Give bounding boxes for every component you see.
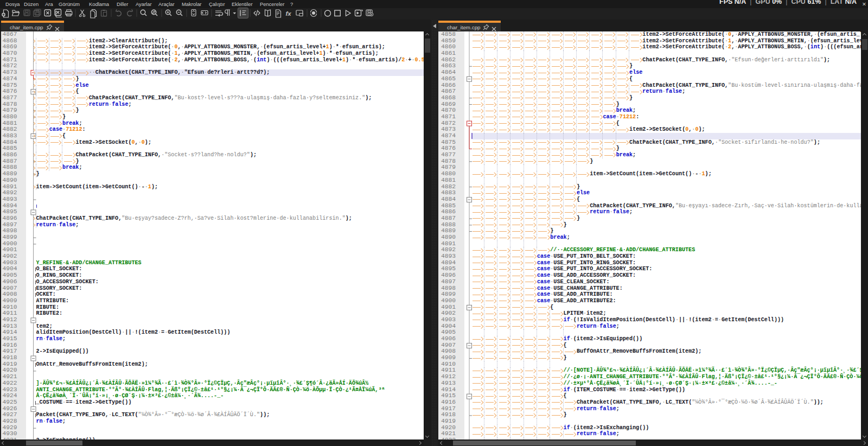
svg-text:fx: fx (286, 10, 292, 17)
